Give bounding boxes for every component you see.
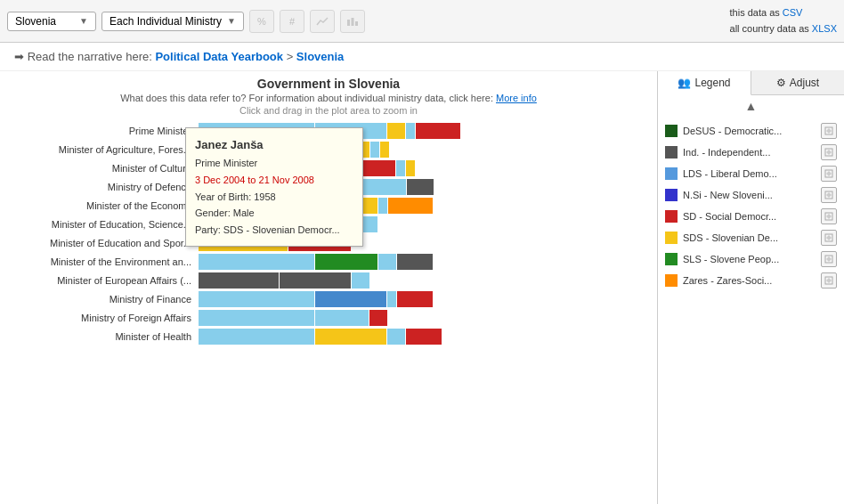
tooltip: Janez Janša Prime Minister 3 Dec 2004 to…: [185, 127, 363, 247]
tooltip-date: 3 Dec 2004 to 21 Nov 2008: [195, 172, 353, 189]
csv-link[interactable]: CSV: [783, 7, 803, 18]
legend-scroll-up[interactable]: ▲: [658, 95, 844, 117]
country-dropdown[interactable]: Slovenia ▼: [7, 12, 96, 31]
bar-container[interactable]: [199, 310, 387, 326]
bar-segment[interactable]: [380, 142, 389, 158]
legend-color-swatch: [665, 125, 678, 137]
bar-segment[interactable]: [416, 123, 460, 139]
adjust-tab-label: Adjust: [790, 77, 819, 89]
list-item: Zares - Zares-Soci...: [665, 270, 837, 291]
bar-segment[interactable]: [406, 123, 415, 139]
chart-subtitle: What does this data refer to? For inform…: [0, 93, 657, 103]
chart-title: Government in Slovenia: [0, 77, 657, 91]
legend-item-icon[interactable]: [821, 123, 837, 139]
bar-segment[interactable]: [406, 160, 415, 176]
legend-color-swatch: [665, 189, 678, 201]
arrow-icon: ➡: [14, 50, 24, 63]
bar-segment[interactable]: [315, 291, 386, 307]
row-label: Minister of Education and Spor...: [7, 238, 199, 248]
country-link[interactable]: Slovenia: [296, 50, 344, 63]
bar-container[interactable]: [199, 329, 442, 345]
row-label: Minister of Culture: [7, 163, 199, 174]
chart-row: Ministry of Finance: [7, 291, 657, 307]
bar-segment[interactable]: [315, 310, 369, 326]
bar-segment[interactable]: [387, 123, 405, 139]
list-item: SDS - Slovenian De...: [665, 227, 837, 248]
chart2-button[interactable]: [340, 10, 365, 33]
bar-segment[interactable]: [407, 179, 434, 195]
xlsx-link[interactable]: XLSX: [812, 23, 837, 34]
bar-container[interactable]: [199, 254, 433, 270]
svg-rect-2: [355, 21, 358, 26]
svg-rect-1: [351, 18, 353, 26]
list-item: SD - Social Democr...: [665, 206, 837, 227]
chart-row: Minister of the Environment an...: [7, 254, 657, 270]
bar-segment[interactable]: [199, 329, 314, 345]
legend-color-swatch: [665, 253, 678, 265]
legend-tab-label: Legend: [694, 77, 730, 89]
bar-segment[interactable]: [315, 329, 386, 345]
tooltip-name: Janez Janša: [195, 135, 353, 155]
bar-segment[interactable]: [199, 291, 314, 307]
legend-item-icon[interactable]: [821, 230, 837, 246]
bar-segment[interactable]: [199, 310, 314, 326]
legend-item-icon[interactable]: [821, 187, 837, 203]
bar-container[interactable]: [199, 291, 433, 307]
bar-container[interactable]: [199, 272, 369, 289]
legend-item-label: LDS - Liberal Demo...: [683, 168, 816, 179]
bar-segment[interactable]: [199, 254, 314, 270]
ministry-label: Each Individual Ministry: [110, 15, 222, 28]
bar-segment[interactable]: [378, 198, 387, 214]
legend-item-icon[interactable]: [821, 208, 837, 224]
legend-color-swatch: [665, 274, 678, 287]
row-label: Minister of Agriculture, Fores...: [7, 144, 199, 155]
bar-segment[interactable]: [199, 272, 279, 289]
download-links: this data as CSV all country data as XLS…: [730, 5, 837, 37]
toolbar: Slovenia ▼ Each Individual Ministry ▼ % …: [0, 0, 844, 43]
adjust-tab[interactable]: ⚙ Adjust: [751, 71, 844, 94]
hash-button[interactable]: #: [280, 10, 304, 33]
bar-segment[interactable]: [388, 198, 433, 214]
bar-segment[interactable]: [378, 254, 396, 270]
row-label: Minister of Health: [7, 331, 199, 342]
bar-segment[interactable]: [352, 272, 369, 289]
more-info-link[interactable]: More info: [496, 93, 537, 103]
legend-item-icon[interactable]: [821, 251, 837, 267]
legend-tabs: 👥 Legend ⚙ Adjust: [658, 71, 844, 95]
legend-panel: 👥 Legend ⚙ Adjust ▲ DeSUS - Democratic..…: [657, 71, 844, 504]
legend-color-swatch: [665, 210, 678, 223]
list-item: LDS - Liberal Demo...: [665, 163, 837, 184]
ministry-dropdown[interactable]: Each Individual Ministry ▼: [101, 12, 244, 31]
legend-item-icon[interactable]: [821, 144, 837, 160]
bar-segment[interactable]: [387, 329, 405, 345]
bar-segment[interactable]: [280, 272, 351, 289]
chart-rows: Prime Minister Janez Janša Prime Ministe…: [0, 123, 657, 345]
bar-segment[interactable]: [406, 329, 442, 345]
row-label: Minister of Education, Science...: [7, 219, 199, 230]
bar-segment[interactable]: [396, 160, 405, 176]
percent-button[interactable]: %: [249, 10, 274, 33]
bar-segment[interactable]: [315, 254, 377, 270]
legend-item-label: Ind. - Independent...: [683, 147, 816, 158]
legend-item-icon[interactable]: [821, 272, 837, 289]
chart-row: Prime Minister Janez Janša Prime Ministe…: [7, 123, 657, 139]
legend-tab[interactable]: 👥 Legend: [658, 71, 751, 95]
row-label: Minister of the Economy: [7, 200, 199, 211]
adjust-icon: ⚙: [776, 77, 786, 89]
legend-item-icon[interactable]: [821, 166, 837, 182]
bar-segment[interactable]: [370, 142, 379, 158]
legend-icon: 👥: [678, 77, 691, 89]
bar-segment[interactable]: [369, 310, 387, 326]
chart-row: Ministry of Foreign Affairs: [7, 310, 657, 326]
ministry-dropdown-arrow: ▼: [227, 16, 236, 26]
row-label: Prime Minister: [7, 126, 199, 136]
yearbook-link[interactable]: Political Data Yearbook: [155, 50, 283, 63]
list-item: DeSUS - Democratic...: [665, 120, 837, 142]
bar-segment[interactable]: [387, 291, 396, 307]
bar-segment[interactable]: [397, 291, 433, 307]
chart1-button[interactable]: [310, 10, 335, 33]
tooltip-gender: Gender: Male: [195, 205, 353, 222]
bar-segment[interactable]: [397, 254, 433, 270]
chart-area[interactable]: Government in Slovenia What does this da…: [0, 71, 657, 504]
list-item: N.Si - New Sloveni...: [665, 184, 837, 206]
